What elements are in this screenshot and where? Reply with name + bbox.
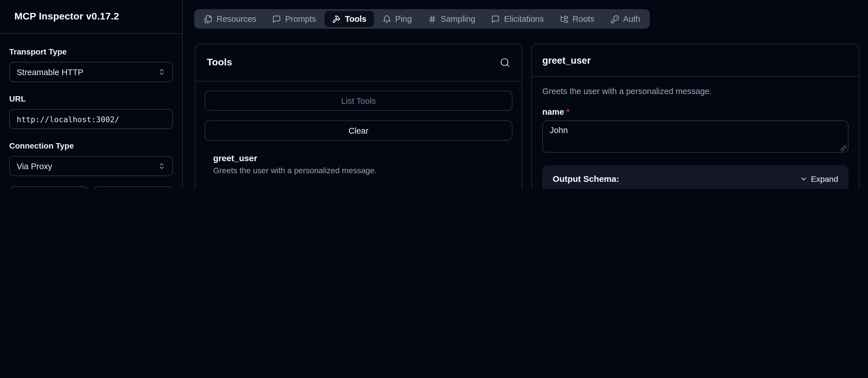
sidebar-content: Transport Type Streamable HTTP URL http:… xyxy=(0,47,182,189)
tab-elicitations[interactable]: Elicitations xyxy=(484,11,552,27)
tools-panel-header: Tools xyxy=(195,44,522,81)
chevron-down-icon xyxy=(799,175,807,183)
transport-type-select[interactable]: Streamable HTTP xyxy=(9,62,173,82)
tool-description: Greets the user with a personalized mess… xyxy=(542,87,848,96)
tab-label: Prompts xyxy=(285,14,316,24)
output-schema-header: Output Schema: Expand xyxy=(553,174,838,183)
tools-panel-title: Tools xyxy=(207,57,232,68)
chevrons-up-down-icon xyxy=(158,162,165,170)
tab-tools[interactable]: Tools xyxy=(325,11,374,27)
tab-label: Auth xyxy=(623,14,640,24)
entry-buttons-row: Server Entry Servers File xyxy=(9,186,173,189)
transport-type-value: Streamable HTTP xyxy=(17,67,83,76)
tab-label: Ping xyxy=(395,14,412,24)
tab-label: Elicitations xyxy=(504,14,544,24)
tab-prompts[interactable]: Prompts xyxy=(265,11,324,27)
connection-type-select[interactable]: Via Proxy xyxy=(9,156,173,176)
message-square-icon xyxy=(273,14,281,23)
detail-panel-body: Greets the user with a personalized mess… xyxy=(532,77,859,189)
name-field-label: name xyxy=(542,107,564,116)
output-schema-title: Output Schema: xyxy=(553,174,619,183)
name-field-wrap: John xyxy=(542,116,848,155)
url-value: http://localhost:3002/ xyxy=(17,114,120,124)
required-marker: * xyxy=(566,107,569,116)
tool-detail-panel: greet_user Greets the user with a person… xyxy=(531,44,859,189)
list-tools-button[interactable]: List Tools xyxy=(205,91,513,111)
tab-auth[interactable]: Auth xyxy=(603,11,648,27)
connection-type-value: Via Proxy xyxy=(17,162,52,171)
servers-file-button[interactable]: Servers File xyxy=(94,186,173,189)
tab-bar: Resources Prompts Tools Ping Sampling El… xyxy=(194,9,650,29)
detail-panel-header: greet_user xyxy=(532,44,859,77)
tab-label: Resources xyxy=(217,14,256,24)
url-input[interactable]: http://localhost:3002/ xyxy=(9,109,173,129)
transport-type-label: Transport Type xyxy=(9,47,173,56)
folder-tree-icon xyxy=(560,14,568,23)
app-root: MCP Inspector v0.17.2 Transport Type Str… xyxy=(0,0,868,189)
url-label: URL xyxy=(9,94,173,103)
tool-item-description: Greets the user with a personalized mess… xyxy=(213,166,513,175)
tab-label: Tools xyxy=(345,14,367,24)
output-schema-card: Output Schema: Expand { type: "object" a… xyxy=(542,165,848,189)
files-icon xyxy=(204,14,213,23)
clear-tools-button[interactable]: Clear xyxy=(205,121,513,141)
tab-resources[interactable]: Resources xyxy=(196,11,264,27)
expand-label: Expand xyxy=(811,174,838,183)
tools-panel: Tools List Tools Clear greet_user Greets… xyxy=(195,44,522,189)
tool-item-name: greet_user xyxy=(213,153,513,163)
sidebar: MCP Inspector v0.17.2 Transport Type Str… xyxy=(0,0,183,189)
tool-list-item[interactable]: greet_user Greets the user with a person… xyxy=(205,153,513,175)
tab-ping[interactable]: Ping xyxy=(375,11,420,27)
main-area: Resources Prompts Tools Ping Sampling El… xyxy=(183,0,868,189)
expand-button[interactable]: Expand xyxy=(799,174,838,183)
sidebar-header: MCP Inspector v0.17.2 xyxy=(0,0,182,34)
server-entry-button[interactable]: Server Entry xyxy=(9,186,89,189)
connection-type-label: Connection Type xyxy=(9,141,173,150)
name-field-input[interactable]: John xyxy=(542,121,848,152)
app-title: MCP Inspector v0.17.2 xyxy=(14,11,119,22)
tab-label: Sampling xyxy=(441,14,475,24)
key-icon xyxy=(610,14,619,23)
tools-panel-body: List Tools Clear greet_user Greets the u… xyxy=(195,81,522,184)
search-icon[interactable] xyxy=(500,57,510,68)
tab-label: Roots xyxy=(572,14,594,24)
name-field-label-row: name * xyxy=(542,107,848,116)
message-square-icon xyxy=(491,14,500,23)
detail-panel-title: greet_user xyxy=(542,55,591,66)
chevrons-up-down-icon xyxy=(158,68,165,76)
hammer-icon xyxy=(332,14,341,23)
hash-icon xyxy=(428,14,437,23)
tab-roots[interactable]: Roots xyxy=(552,11,602,27)
bell-icon xyxy=(382,14,391,23)
tab-sampling[interactable]: Sampling xyxy=(421,11,483,27)
